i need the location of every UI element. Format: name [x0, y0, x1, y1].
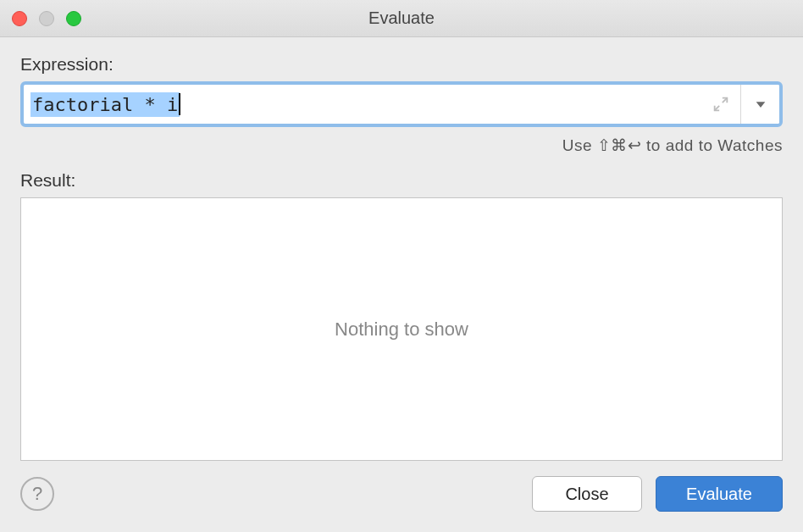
evaluate-button-label: Evaluate [686, 485, 752, 504]
evaluate-button[interactable]: Evaluate [656, 476, 783, 512]
titlebar: Evaluate [0, 0, 803, 37]
shortcut-hint: Use ⇧⌘↩ to add to Watches [20, 136, 783, 155]
close-button-label: Close [565, 485, 608, 504]
window-zoom-button[interactable] [66, 11, 81, 26]
window-title: Evaluate [368, 8, 435, 28]
dialog-content: Expression: factorial * i Use ⇧⌘↩ to add… [0, 37, 803, 532]
result-placeholder: Nothing to show [335, 319, 468, 341]
result-panel: Nothing to show [20, 197, 783, 461]
expression-label: Expression: [20, 54, 783, 75]
text-cursor [179, 93, 180, 115]
dialog-footer: ? Close Evaluate [20, 476, 783, 512]
expand-icon[interactable] [701, 85, 740, 124]
result-label: Result: [20, 170, 783, 191]
close-button[interactable]: Close [532, 476, 642, 512]
expression-input[interactable]: factorial * i [24, 85, 701, 124]
window-controls [12, 11, 81, 26]
window-minimize-button[interactable] [39, 11, 54, 26]
history-dropdown-button[interactable] [740, 85, 779, 124]
help-icon: ? [32, 483, 42, 505]
expression-text: factorial * i [30, 92, 180, 117]
expression-field-container: factorial * i [20, 81, 783, 127]
help-button[interactable]: ? [20, 477, 54, 511]
window-close-button[interactable] [12, 11, 27, 26]
